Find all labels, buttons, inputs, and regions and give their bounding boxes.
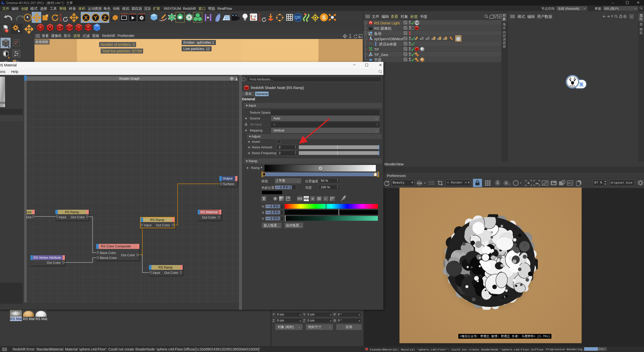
svg-text:a: a (369, 38, 370, 41)
svg-text:a: a (443, 37, 445, 40)
svg-text:QR: QR (295, 15, 301, 20)
svg-text:K: K (312, 197, 314, 201)
svg-text:X: X (84, 15, 88, 21)
svg-text:a: a (420, 37, 422, 40)
svg-text:PV: PV (568, 182, 572, 185)
svg-text:S: S (322, 14, 326, 21)
svg-text:Y: Y (94, 15, 97, 21)
svg-text:R: R (60, 19, 62, 22)
svg-text:R: R (259, 19, 261, 22)
svg-text:HSV: HSV (304, 197, 309, 200)
svg-text:a: a (431, 37, 433, 40)
svg-text:G: G (509, 183, 511, 186)
svg-text:a: a (437, 37, 439, 40)
svg-text:a: a (369, 49, 370, 51)
svg-text:野鹿志: 野鹿志 (570, 85, 575, 87)
svg-text:RGB: RGB (417, 182, 422, 185)
svg-text:#: # (325, 197, 327, 201)
svg-text:a: a (426, 37, 427, 40)
svg-text:Z: Z (103, 15, 106, 21)
svg-text:RGB: RGB (297, 197, 302, 200)
svg-text:a: a (369, 54, 370, 57)
svg-text:a: a (414, 37, 416, 40)
